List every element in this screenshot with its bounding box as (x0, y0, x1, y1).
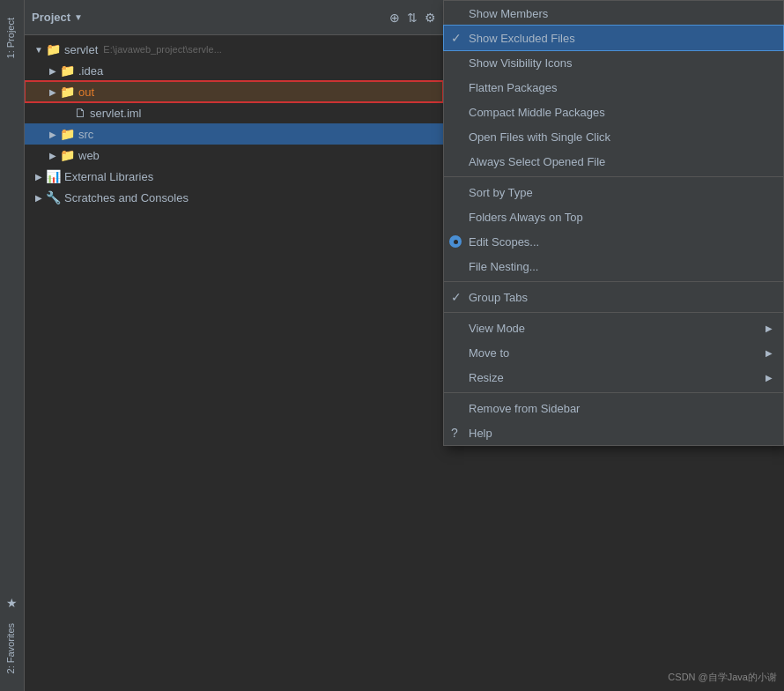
menu-separator (444, 392, 783, 393)
menu-item-show-members[interactable]: Show Members (444, 1, 783, 26)
add-icon[interactable]: ⊕ (389, 11, 400, 25)
menu-item-file-nesting[interactable]: File Nesting... (444, 254, 783, 279)
tree-arrow-out: ▶ (46, 87, 60, 97)
panel-title: Project ▼ (32, 11, 83, 24)
menu-check-show-excluded: ✓ (451, 31, 462, 45)
menu-label-open-single-click: Open Files with Single Click (469, 130, 773, 144)
menu-item-remove-sidebar[interactable]: Remove from Sidebar (444, 396, 783, 420)
menu-label-file-nesting: File Nesting... (469, 260, 773, 273)
favorites-tab-label[interactable]: 2: Favorites (0, 614, 21, 682)
menu-label-compact-middle: Compact Middle Packages (469, 106, 773, 119)
scratches-icon: 🔧 (46, 190, 61, 204)
tree-arrow-web: ▶ (46, 151, 60, 160)
menu-separator (444, 312, 783, 313)
menu-label-edit-scopes: Edit Scopes... (469, 235, 773, 249)
menu-label-flatten-packages: Flatten Packages (469, 81, 773, 94)
tree-row-scratches[interactable]: ▶ 🔧 Scratches and Consoles (25, 187, 443, 208)
menu-check-group-tabs: ✓ (451, 290, 462, 304)
menu-item-edit-scopes[interactable]: Edit Scopes... (444, 229, 783, 254)
menu-arrow-resize: ▶ (766, 373, 773, 383)
tree-label-extlibs: External Libraries (64, 170, 153, 183)
project-panel: Project ▼ ⊕ ⇅ ⚙ ▼ 📁 servlet E:\javaweb_p… (25, 0, 443, 691)
folder-icon-servlet: 📁 (46, 42, 61, 56)
panel-title-arrow[interactable]: ▼ (74, 12, 83, 22)
menu-item-compact-middle[interactable]: Compact Middle Packages (444, 100, 783, 124)
panel-title-text: Project (32, 11, 70, 24)
menu-label-help: Help (469, 427, 773, 440)
tree-row-web[interactable]: ▶ 📁 web (25, 145, 443, 166)
tree-label-iml: servlet.iml (90, 107, 142, 120)
menu-item-always-select[interactable]: Always Select Opened File (444, 149, 783, 174)
menu-separator (444, 176, 783, 177)
star-icon: ★ (0, 591, 24, 614)
menu-item-show-excluded[interactable]: ✓Show Excluded Files (444, 26, 783, 50)
menu-item-sort-by-type[interactable]: Sort by Type (444, 180, 783, 204)
favorites-tab[interactable]: ★ 2: Favorites (0, 591, 24, 691)
tree-row-idea[interactable]: ▶ 📁 .idea (25, 60, 443, 81)
file-tree: ▼ 📁 servlet E:\javaweb_project\servle...… (25, 35, 443, 691)
sort-icon[interactable]: ⇅ (407, 11, 418, 25)
menu-arrow-view-mode: ▶ (766, 323, 773, 333)
tree-arrow-extlibs: ▶ (32, 172, 46, 182)
tree-row-extlibs[interactable]: ▶ 📊 External Libraries (25, 166, 443, 187)
menu-item-help[interactable]: ?Help (444, 420, 783, 445)
tree-label-scratches: Scratches and Consoles (64, 191, 189, 204)
tree-row-servlet-iml[interactable]: ▶ 🗋 servlet.iml (25, 102, 443, 123)
tree-label-out: out (78, 85, 94, 99)
menu-item-resize[interactable]: Resize▶ (444, 365, 783, 390)
tree-arrow-src: ▶ (46, 130, 60, 139)
menu-item-folders-top[interactable]: Folders Always on Top (444, 204, 783, 229)
project-tab[interactable]: 1: Project (0, 0, 24, 67)
menu-item-group-tabs[interactable]: ✓Group Tabs (444, 285, 783, 309)
menu-label-show-excluded: Show Excluded Files (469, 32, 773, 45)
menu-arrow-move-to: ▶ (766, 348, 773, 358)
tree-path-servlet: E:\javaweb_project\servle... (103, 44, 222, 55)
folder-icon-out: 📁 (60, 85, 75, 99)
panel-header: Project ▼ ⊕ ⇅ ⚙ (25, 0, 443, 35)
menu-label-view-mode: View Mode (469, 322, 766, 335)
menu-item-view-mode[interactable]: View Mode▶ (444, 316, 783, 340)
tree-label-src: src (78, 128, 93, 141)
tree-arrow-servlet: ▼ (32, 45, 46, 55)
tree-row-out[interactable]: ▶ 📁 out (25, 81, 443, 102)
file-icon-iml: 🗋 (74, 106, 86, 120)
menu-label-remove-sidebar: Remove from Sidebar (469, 402, 773, 415)
folder-icon-src: 📁 (60, 127, 75, 141)
tree-arrow-idea: ▶ (46, 66, 60, 76)
menu-item-flatten-packages[interactable]: Flatten Packages (444, 75, 783, 100)
menu-check-help: ? (451, 426, 458, 440)
menu-label-move-to: Move to (469, 346, 766, 360)
lib-icon-extlibs: 📊 (46, 169, 61, 183)
vertical-sidebar: 1: Project ★ 2: Favorites (0, 0, 25, 691)
menu-item-move-to[interactable]: Move to▶ (444, 340, 783, 365)
menu-label-folders-top: Folders Always on Top (469, 211, 773, 224)
panel-header-icons: ⊕ ⇅ ⚙ (389, 11, 436, 25)
folder-icon-web: 📁 (60, 148, 75, 162)
tree-row-src[interactable]: ▶ 📁 src (25, 123, 443, 145)
menu-label-show-visibility: Show Visibility Icons (469, 56, 773, 70)
tree-label-web: web (78, 149, 100, 162)
tree-label-servlet: servlet (64, 43, 98, 56)
project-tab-label[interactable]: 1: Project (0, 9, 21, 67)
tree-label-idea: .idea (78, 64, 103, 78)
tree-arrow-scratches: ▶ (32, 193, 46, 203)
menu-label-resize: Resize (469, 371, 766, 384)
context-menu: Show Members✓Show Excluded FilesShow Vis… (443, 0, 784, 446)
menu-label-always-select: Always Select Opened File (469, 155, 773, 168)
menu-label-show-members: Show Members (469, 7, 773, 20)
menu-radio-edit-scopes (449, 235, 462, 248)
folder-icon-idea: 📁 (60, 63, 75, 78)
menu-label-sort-by-type: Sort by Type (469, 186, 773, 199)
menu-label-group-tabs: Group Tabs (469, 291, 773, 304)
watermark: CSDN @自学Java的小谢 (668, 671, 777, 684)
menu-item-show-visibility[interactable]: Show Visibility Icons (444, 50, 783, 75)
menu-item-open-single-click[interactable]: Open Files with Single Click (444, 124, 783, 149)
tree-row-servlet[interactable]: ▼ 📁 servlet E:\javaweb_project\servle... (25, 39, 443, 60)
menu-separator (444, 281, 783, 282)
settings-icon[interactable]: ⚙ (425, 11, 436, 25)
